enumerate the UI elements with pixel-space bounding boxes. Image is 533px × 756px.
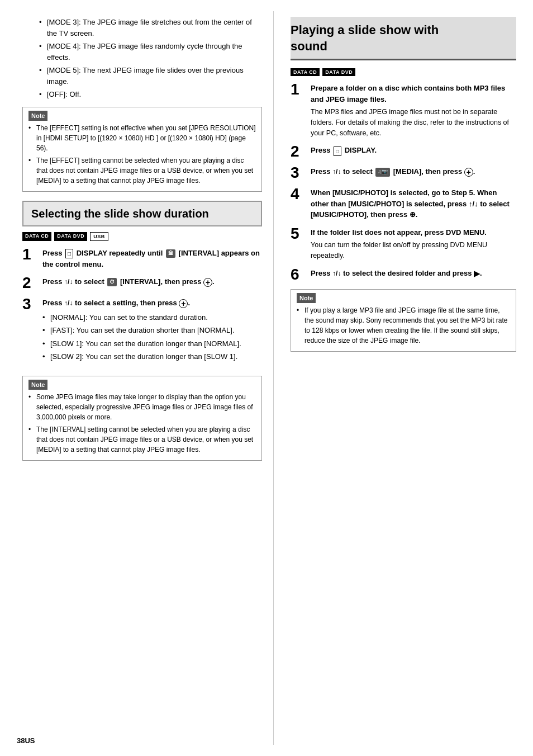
- right-step-6: 6 Press ↑/↓ to select the desired folder…: [291, 268, 516, 282]
- step-number-1: 1: [22, 247, 42, 262]
- left-column: [MODE 3]: The JPEG image file stretches …: [0, 11, 274, 745]
- list-item: [MODE 5]: The next JPEG image file slide…: [39, 65, 262, 87]
- right-step-number-1: 1: [291, 82, 311, 97]
- right-step-content-4: When [MUSIC/PHOTO] is selected, go to St…: [311, 187, 516, 220]
- note-box-2: Note Some JPEG image files may take long…: [22, 376, 262, 461]
- note-title-right: Note: [297, 293, 316, 304]
- display-icon-right: □: [334, 147, 341, 156]
- right-step-2: 2 Press □ DISPLAY.: [291, 145, 516, 159]
- right-step-number-3: 3: [291, 165, 311, 181]
- arrow-updown-icon: ↑/↓: [64, 278, 73, 286]
- note-title-2: Note: [28, 380, 47, 390]
- note-item: Some JPEG image files may take longer to…: [28, 392, 256, 422]
- step-content-3: Press ↑/↓ to select a setting, then pres…: [42, 297, 262, 369]
- step-number-3: 3: [22, 296, 42, 312]
- note-list-1: The [EFFECT] setting is not effective wh…: [28, 123, 256, 186]
- right-step-content-5: If the folder list does not appear, pres…: [311, 227, 516, 261]
- note-item: If you play a large MP3 file and JPEG im…: [297, 305, 510, 346]
- step-number-2: 2: [22, 275, 42, 291]
- display-icon: □: [65, 249, 73, 258]
- section-title-1: Selecting the slide show duration: [31, 206, 253, 221]
- note-item: The [EFFECT] setting is not effective wh…: [28, 123, 256, 153]
- note-box-right: Note If you play a large MP3 file and JP…: [291, 289, 516, 352]
- circle-plus-right3: +: [464, 168, 473, 177]
- list-item: [MODE 4]: The JPEG image files randomly …: [39, 41, 262, 63]
- list-item: [OFF]: Off.: [39, 89, 262, 100]
- section-title-right: Playing a slide show with sound: [291, 22, 516, 54]
- right-step-number-6: 6: [291, 267, 311, 282]
- right-step-1: 1 Prepare a folder on a disc which conta…: [291, 83, 516, 138]
- list-item: [MODE 3]: The JPEG image file stretches …: [39, 17, 262, 39]
- section-header-1: Selecting the slide show duration: [22, 201, 262, 226]
- note-item: The [EFFECT] setting cannot be selected …: [28, 155, 256, 186]
- list-item: [SLOW 1]: You can set the duration longe…: [42, 338, 262, 349]
- step-1: 1 Press □ DISPLAY repeatedly until 🏛 [IN…: [22, 248, 262, 270]
- badge-datacd-right: DATA CD: [291, 68, 320, 76]
- page-number: 38US: [17, 736, 35, 745]
- right-step-number-2: 2: [291, 144, 311, 159]
- circle-plus-icon: +: [203, 278, 212, 287]
- note-list-2: Some JPEG image files may take longer to…: [28, 392, 256, 455]
- list-item: [FAST]: You can set the duration shorter…: [42, 325, 262, 336]
- right-step-3: 3 Press ↑/↓ to select ♫📷 [MEDIA], then p…: [291, 166, 516, 181]
- interval-icon-2: ⏱: [107, 278, 117, 287]
- intro-bullet-list: [MODE 3]: The JPEG image file stretches …: [39, 17, 262, 100]
- badges-right: DATA CD DATA DVD: [291, 68, 516, 76]
- step-content-2: Press ↑/↓ to select ⏱ [INTERVAL], then p…: [42, 276, 262, 287]
- right-step-5: 5 If the folder list does not appear, pr…: [291, 227, 516, 261]
- right-step-content-6: Press ↑/↓ to select the desired folder a…: [311, 268, 516, 280]
- note-item: The [INTERVAL] setting cannot be selecte…: [28, 424, 256, 455]
- step3-bullets: [NORMAL]: You can set to the standard du…: [42, 312, 262, 362]
- badge-datadvd-right: DATA DVD: [322, 68, 355, 76]
- right-column: Playing a slide show with sound DATA CD …: [274, 11, 533, 745]
- note-list-right: If you play a large MP3 file and JPEG im…: [297, 305, 510, 346]
- step-3: 3 Press ↑/↓ to select a setting, then pr…: [22, 297, 262, 369]
- list-item: [SLOW 2]: You can set the duration longe…: [42, 351, 262, 362]
- media-icon: ♫📷: [375, 168, 390, 177]
- play-icon: ▶: [474, 268, 480, 280]
- display-label: DISPLAY: [77, 249, 107, 257]
- interval-icon: 🏛: [166, 249, 175, 258]
- badges-1: DATA CD DATA DVD USB: [22, 232, 262, 241]
- right-step-number-5: 5: [291, 226, 311, 242]
- step-2: 2 Press ↑/↓ to select ⏱ [INTERVAL], then…: [22, 276, 262, 291]
- right-step-content-2: Press □ DISPLAY.: [311, 145, 516, 156]
- circle-plus-icon-3: +: [179, 299, 188, 308]
- note-box-1: Note The [EFFECT] setting is not effecti…: [22, 107, 262, 192]
- step-content-1: Press □ DISPLAY repeatedly until 🏛 [INTE…: [42, 248, 262, 270]
- note-title-1: Note: [28, 111, 47, 121]
- badge-usb: USB: [90, 232, 108, 241]
- list-item: [NORMAL]: You can set to the standard du…: [42, 312, 262, 323]
- badge-datadvd: DATA DVD: [54, 232, 87, 241]
- right-step-content-1: Prepare a folder on a disc which contain…: [311, 83, 516, 138]
- arrow-icon-right3: ↑/↓: [332, 168, 341, 176]
- arrow-icon-right6: ↑/↓: [332, 270, 341, 277]
- right-step-content-3: Press ↑/↓ to select ♫📷 [MEDIA], then pre…: [311, 166, 516, 177]
- section-header-right: Playing a slide show with sound: [291, 17, 516, 60]
- arrow-icon-3: ↑/↓: [64, 299, 73, 307]
- right-step-4: 4 When [MUSIC/PHOTO] is selected, go to …: [291, 187, 516, 220]
- badge-datacd: DATA CD: [22, 232, 51, 241]
- right-step-number-4: 4: [291, 186, 311, 202]
